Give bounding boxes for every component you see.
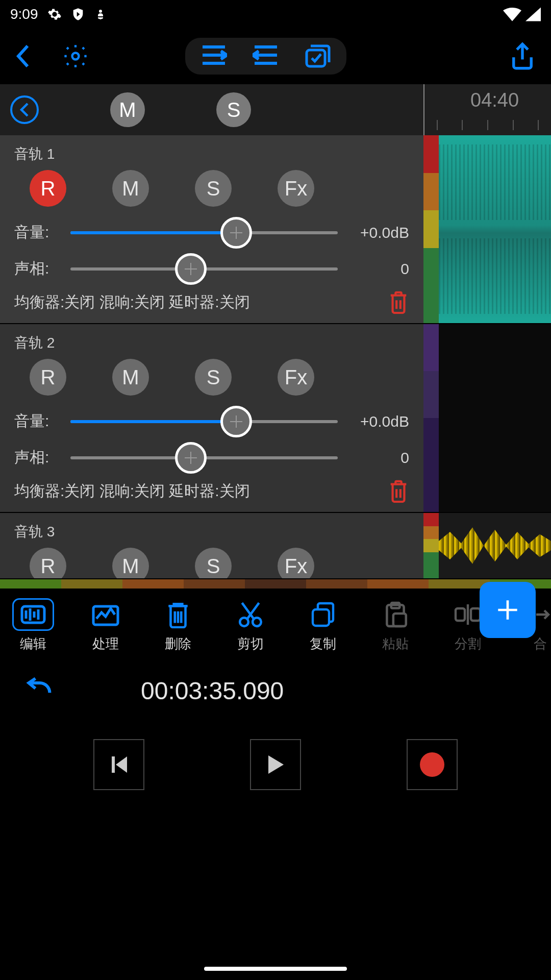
action-label: 处理 [92, 635, 119, 653]
master-track-header: M S 04:40 [0, 84, 551, 135]
fx-button[interactable]: Fx [278, 170, 314, 207]
solo-button[interactable]: S [195, 548, 232, 579]
record-arm-button[interactable]: R [30, 548, 66, 579]
action-paste[interactable]: 粘贴 [372, 598, 418, 653]
playhead-time: 00:03:35.090 [141, 677, 284, 705]
action-edit[interactable]: 编辑 [10, 598, 56, 653]
status-bar: 9:09 [0, 0, 551, 28]
track-row: 音轨 3 R M S Fx [0, 513, 551, 579]
fx-status-text: 均衡器:关闭 混响:关闭 延时器:关闭 [14, 292, 250, 313]
pan-slider[interactable] [70, 267, 338, 271]
svg-rect-12 [471, 608, 480, 621]
top-toolbar [0, 28, 551, 84]
track-row: 音轨 1 R M S Fx 音量: +0.0dB 声相: 0 均衡器:关闭 混响… [0, 135, 551, 324]
timeline-ruler[interactable]: 04:40 [423, 84, 551, 135]
mute-button[interactable]: M [112, 359, 149, 396]
skip-start-button[interactable] [93, 739, 144, 790]
track-overview-strip [0, 579, 551, 589]
action-process[interactable]: 处理 [83, 598, 129, 653]
svg-point-6 [253, 618, 261, 626]
fx-status-text: 均衡器:关闭 混响:关闭 延时器:关闭 [14, 481, 250, 502]
svg-point-1 [72, 53, 79, 60]
delete-track-button[interactable] [388, 479, 409, 503]
pan-slider[interactable] [70, 456, 338, 459]
pan-value: 0 [348, 260, 409, 278]
svg-rect-10 [393, 614, 406, 626]
pan-value: 0 [348, 449, 409, 467]
track-name: 音轨 2 [14, 333, 409, 353]
svg-rect-11 [456, 608, 465, 621]
fx-button[interactable]: Fx [278, 548, 314, 579]
svg-rect-7 [313, 609, 329, 626]
share-button[interactable] [509, 42, 536, 70]
level-meter [423, 513, 439, 578]
master-solo-button[interactable]: S [216, 92, 251, 127]
volume-value: +0.0dB [348, 224, 409, 241]
status-time: 9:09 [10, 6, 38, 22]
record-arm-button[interactable]: R [30, 359, 66, 396]
action-label: 编辑 [20, 635, 46, 653]
settings-status-icon [47, 7, 62, 21]
home-indicator[interactable] [204, 967, 347, 971]
volume-label: 音量: [14, 222, 60, 243]
action-label: 剪切 [237, 635, 264, 653]
action-cut[interactable]: 剪切 [228, 598, 273, 653]
pan-label: 声相: [14, 447, 60, 468]
svg-point-5 [240, 618, 248, 626]
solo-button[interactable]: S [195, 170, 232, 207]
track-name: 音轨 3 [14, 522, 409, 542]
action-label: 删除 [165, 635, 191, 653]
action-label: 粘贴 [382, 635, 409, 653]
level-meter [423, 135, 439, 323]
svg-point-0 [99, 10, 102, 13]
volume-label: 音量: [14, 411, 60, 432]
delete-track-button[interactable] [388, 290, 409, 314]
person-status-icon [94, 7, 107, 21]
waveform-clip[interactable] [439, 513, 551, 578]
pan-label: 声相: [14, 258, 60, 279]
indent-left-button[interactable] [253, 44, 279, 68]
level-meter [423, 324, 439, 512]
shield-status-icon [71, 7, 85, 21]
volume-slider[interactable] [70, 420, 338, 423]
action-label: 复制 [310, 635, 336, 653]
volume-value: +0.0dB [348, 413, 409, 430]
back-button[interactable] [15, 44, 32, 68]
track-row: 音轨 2 R M S Fx 音量: +0.0dB 声相: 0 均衡器:关闭 混响… [0, 324, 551, 513]
wifi-icon [503, 7, 521, 21]
fx-button[interactable]: Fx [278, 359, 314, 396]
action-label: 分割 [455, 635, 481, 653]
timeline-marker-time: 04:40 [470, 89, 519, 111]
settings-button[interactable] [62, 43, 89, 69]
solo-button[interactable]: S [195, 359, 232, 396]
collapse-tracks-button[interactable] [10, 95, 39, 124]
mute-button[interactable]: M [112, 170, 149, 207]
select-all-button[interactable] [305, 44, 331, 68]
action-copy[interactable]: 复制 [300, 598, 346, 653]
waveform-clip[interactable] [439, 135, 551, 323]
undo-button[interactable] [26, 677, 54, 704]
add-track-button[interactable] [480, 582, 536, 638]
record-button[interactable] [407, 739, 458, 790]
transport-time-row: 00:03:35.090 [0, 663, 551, 719]
master-mute-button[interactable]: M [110, 92, 145, 127]
action-delete[interactable]: 删除 [155, 598, 201, 653]
play-button[interactable] [250, 739, 301, 790]
waveform-clip[interactable] [439, 324, 551, 512]
mute-button[interactable]: M [112, 548, 149, 579]
volume-slider[interactable] [70, 231, 338, 234]
transport-controls [0, 719, 551, 811]
indent-right-button[interactable] [201, 44, 227, 68]
action-label: 合 [534, 635, 547, 653]
action-toolbar: 编辑 处理 删除 剪切 复制 粘贴 分割 合 [0, 589, 551, 663]
cellular-icon [525, 7, 541, 21]
record-arm-button[interactable]: R [30, 170, 66, 207]
track-name: 音轨 1 [14, 144, 409, 164]
